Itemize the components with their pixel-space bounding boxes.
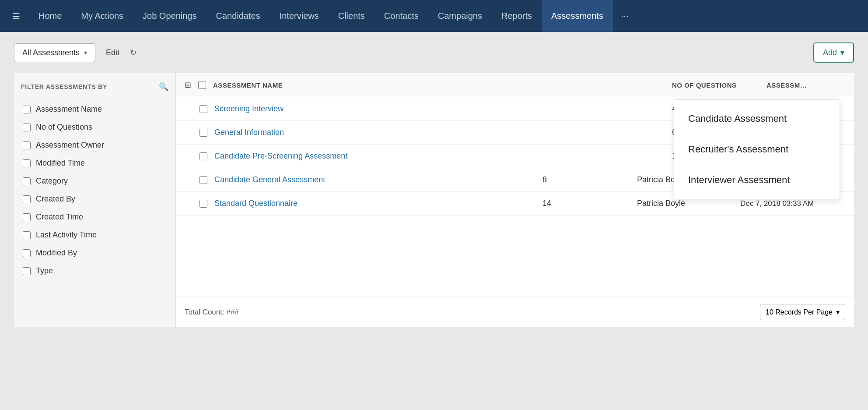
nav-my-actions[interactable]: My Actions <box>71 0 133 32</box>
all-assessments-dropdown[interactable]: All Assessments ▾ <box>14 43 95 62</box>
filter-category: Category <box>21 172 168 190</box>
filter-assessment-name-label[interactable]: Assessment Name <box>36 105 102 114</box>
filter-type: Type <box>21 262 168 280</box>
add-dropdown-menu: Candidate Assessment Recruiter's Assessm… <box>674 99 840 199</box>
filter-last-activity: Last Activity Time <box>21 226 168 244</box>
filter-last-activity-label[interactable]: Last Activity Time <box>36 230 97 240</box>
filter-created-by: Created By <box>21 190 168 208</box>
row-questions-4: 8 <box>542 175 630 184</box>
row-checkbox-5[interactable] <box>200 200 207 208</box>
all-assessments-label: All Assessments <box>22 48 80 57</box>
row-questions-5: 14 <box>542 199 630 208</box>
refresh-icon[interactable]: ↻ <box>130 48 136 57</box>
filter-created-time: Created Time <box>21 208 168 226</box>
row-modified-5: Dec 7, 2018 03:33 AM <box>740 199 845 208</box>
filter-no-questions-checkbox[interactable] <box>23 124 31 131</box>
filter-assessment-owner-label[interactable]: Assessment Owner <box>36 141 104 150</box>
table-footer: Total Count: ### 10 Records Per Page ▾ <box>176 297 854 327</box>
nav-candidates[interactable]: Candidates <box>206 0 270 32</box>
toolbar: All Assessments ▾ Edit ↻ Add ▾ <box>14 42 854 63</box>
filter-assessment-owner-checkbox[interactable] <box>23 141 31 149</box>
row-name-4[interactable]: Candidate General Assessment <box>214 175 536 184</box>
nav-home[interactable]: Home <box>29 0 71 32</box>
col-header-owner: ASSESSM… <box>766 81 845 89</box>
table-header: ⊞ ASSESSMENT NAME NO OF QUESTIONS ASSESS… <box>176 73 854 97</box>
add-chevron-icon: ▾ <box>840 48 844 57</box>
main-panel: FILTER ASSESSMENTS BY 🔍 Assessment Name … <box>14 73 854 327</box>
dropdown-recruiters-assessment[interactable]: Recruiter's Assessment <box>674 134 840 165</box>
filter-modified-by: Modified By <box>21 244 168 262</box>
filter-category-checkbox[interactable] <box>23 177 31 185</box>
filter-created-time-label[interactable]: Created Time <box>36 212 83 222</box>
nav-clients[interactable]: Clients <box>329 0 374 32</box>
nav-job-openings[interactable]: Job Openings <box>133 0 206 32</box>
filter-assessment-name-checkbox[interactable] <box>23 106 31 113</box>
total-count: Total Count: ### <box>185 308 239 317</box>
filter-type-checkbox[interactable] <box>23 267 31 275</box>
nav-more-icon[interactable]: ··· <box>613 0 637 32</box>
filter-title: FILTER ASSESSMENTS BY <box>21 83 107 90</box>
dropdown-interviewer-assessment[interactable]: Interviewer Assessment <box>674 165 840 195</box>
filter-type-label[interactable]: Type <box>36 266 53 276</box>
nav-interviews[interactable]: Interviews <box>270 0 329 32</box>
column-toggle-icon[interactable]: ⊞ <box>185 80 191 90</box>
row-name-3[interactable]: Candidate Pre-Screening Assessment <box>214 152 665 161</box>
records-per-page-select[interactable]: 10 Records Per Page ▾ <box>760 304 845 320</box>
filter-header: FILTER ASSESSMENTS BY 🔍 <box>21 82 168 92</box>
row-name-2[interactable]: General Information <box>214 128 665 137</box>
filter-modified-by-label[interactable]: Modified By <box>36 248 77 258</box>
row-name-5[interactable]: Standard Questionnaire <box>214 199 536 208</box>
filter-modified-time-checkbox[interactable] <box>23 159 31 167</box>
col-header-questions: NO OF QUESTIONS <box>672 81 760 89</box>
dropdown-candidate-assessment[interactable]: Candidate Assessment <box>674 103 840 134</box>
select-all-checkbox[interactable] <box>198 81 206 89</box>
edit-button[interactable]: Edit <box>102 46 123 59</box>
row-checkbox-2[interactable] <box>200 129 207 137</box>
hamburger-icon[interactable]: ☰ <box>7 7 25 25</box>
filter-category-label[interactable]: Category <box>36 177 68 186</box>
filter-search-icon[interactable]: 🔍 <box>159 82 168 92</box>
row-name-1[interactable]: Screening Interview <box>214 104 665 113</box>
row-checkbox-3[interactable] <box>200 152 207 160</box>
app-container: ☰ Home My Actions Job Openings Candidate… <box>0 0 868 410</box>
nav-assessments[interactable]: Assessments <box>542 0 613 32</box>
add-label: Add <box>823 48 837 57</box>
add-button[interactable]: Add ▾ <box>813 42 854 63</box>
nav-contacts[interactable]: Contacts <box>374 0 428 32</box>
filter-no-of-questions: No of Questions <box>21 118 168 136</box>
filter-modified-time: Modified Time <box>21 154 168 172</box>
col-header-name: ASSESSMENT NAME <box>213 81 665 89</box>
filter-modified-by-checkbox[interactable] <box>23 249 31 257</box>
filter-modified-time-label[interactable]: Modified Time <box>36 159 85 168</box>
navbar: ☰ Home My Actions Job Openings Candidate… <box>0 0 868 32</box>
row-checkbox-1[interactable] <box>200 105 207 113</box>
filter-no-questions-label[interactable]: No of Questions <box>36 123 92 132</box>
row-owner-5: Patricia Boyle <box>637 199 733 208</box>
filter-created-time-checkbox[interactable] <box>23 213 31 221</box>
row-checkbox-4[interactable] <box>200 176 207 184</box>
filter-created-by-checkbox[interactable] <box>23 195 31 203</box>
filter-created-by-label[interactable]: Created By <box>36 194 75 204</box>
nav-campaigns[interactable]: Campaigns <box>428 0 492 32</box>
filter-sidebar: FILTER ASSESSMENTS BY 🔍 Assessment Name … <box>14 73 176 327</box>
records-per-page-label: 10 Records Per Page <box>766 308 833 316</box>
nav-reports[interactable]: Reports <box>492 0 542 32</box>
main-content: All Assessments ▾ Edit ↻ Add ▾ FILTER AS… <box>0 32 868 338</box>
filter-assessment-owner: Assessment Owner <box>21 136 168 154</box>
records-per-page-chevron-icon: ▾ <box>836 308 840 316</box>
dropdown-chevron-icon: ▾ <box>84 49 87 56</box>
filter-assessment-name: Assessment Name <box>21 100 168 118</box>
filter-last-activity-checkbox[interactable] <box>23 231 31 239</box>
